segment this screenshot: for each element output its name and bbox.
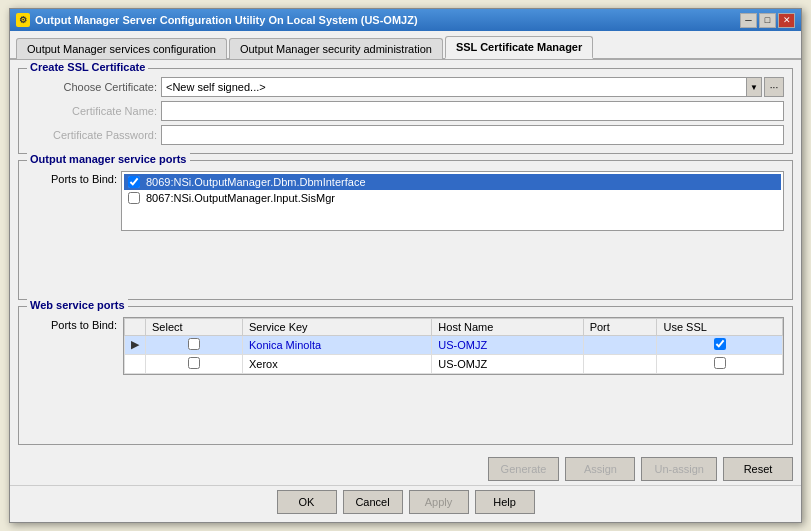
cert-name-row: Certificate Name:: [27, 101, 784, 121]
title-bar-controls: ─ □ ✕: [740, 13, 795, 28]
row1-service-key: Konica Minolta: [242, 335, 431, 354]
col-host-name: Host Name: [432, 318, 583, 335]
row1-select[interactable]: [146, 335, 243, 354]
col-arrow: [125, 318, 146, 335]
port-item-1[interactable]: 8069:NSi.OutputManager.Dbm.DbmInterface: [124, 174, 781, 190]
row2-use-ssl[interactable]: [657, 354, 783, 373]
title-bar-left: ⚙ Output Manager Server Configuration Ut…: [16, 13, 418, 27]
web-ports-table: Select Service Key Host Name Port Use SS…: [124, 318, 783, 374]
main-window: ⚙ Output Manager Server Configuration Ut…: [9, 8, 802, 523]
ok-button[interactable]: OK: [277, 490, 337, 514]
create-ssl-group: Create SSL Certificate Choose Certificat…: [18, 68, 793, 154]
cancel-button[interactable]: Cancel: [343, 490, 403, 514]
cert-name-input[interactable]: [161, 101, 784, 121]
footer-buttons: OK Cancel Apply Help: [10, 485, 801, 522]
close-button[interactable]: ✕: [778, 13, 795, 28]
col-service-key: Service Key: [242, 318, 431, 335]
cert-password-row: Certificate Password:: [27, 125, 784, 145]
create-ssl-title: Create SSL Certificate: [27, 61, 148, 73]
combo-ellipsis-button[interactable]: ···: [764, 77, 784, 97]
row1-host-name: US-OMJZ: [432, 335, 583, 354]
cert-name-label: Certificate Name:: [27, 105, 157, 117]
ports-bind-label: Ports to Bind:: [27, 171, 117, 185]
service-port-list: 8069:NSi.OutputManager.Dbm.DbmInterface …: [121, 171, 784, 231]
cert-password-input[interactable]: [161, 125, 784, 145]
col-use-ssl: Use SSL: [657, 318, 783, 335]
web-ports-title: Web service ports: [27, 299, 128, 311]
row2-service-key: Xerox: [242, 354, 431, 373]
window-title: Output Manager Server Configuration Util…: [35, 14, 418, 26]
tab-content: Create SSL Certificate Choose Certificat…: [10, 60, 801, 453]
ports-inner: Ports to Bind: 8069:NSi.OutputManager.Db…: [27, 171, 784, 231]
app-icon: ⚙: [16, 13, 30, 27]
service-ports-row: Ports to Bind: 8069:NSi.OutputManager.Db…: [27, 171, 784, 231]
row2-select[interactable]: [146, 354, 243, 373]
row2-ssl-checkbox[interactable]: [714, 357, 726, 369]
choose-cert-input[interactable]: [161, 77, 747, 97]
web-service-inner: Ports to Bind: Select Service Key Host N…: [27, 317, 784, 375]
port2-checkbox[interactable]: [128, 192, 140, 204]
row2-checkbox[interactable]: [188, 357, 200, 369]
row2-host-name: US-OMJZ: [432, 354, 583, 373]
row1-port: [583, 335, 657, 354]
assign-button[interactable]: Assign: [565, 457, 635, 481]
col-select: Select: [146, 318, 243, 335]
port-item-2[interactable]: 8067:NSi.OutputManager.Input.SisMgr: [124, 190, 781, 206]
choose-cert-row: Choose Certificate: ▼ ···: [27, 77, 784, 97]
choose-cert-label: Choose Certificate:: [27, 81, 157, 93]
generate-button[interactable]: Generate: [488, 457, 560, 481]
service-ports-title: Output manager service ports: [27, 153, 190, 165]
tabs-row: Output Manager services configuration Ou…: [10, 31, 801, 60]
restore-button[interactable]: □: [759, 13, 776, 28]
help-button[interactable]: Help: [475, 490, 535, 514]
web-ports-group: Web service ports Ports to Bind: Select …: [18, 306, 793, 446]
web-ports-bind-label: Ports to Bind:: [27, 317, 117, 331]
cert-password-label: Certificate Password:: [27, 129, 157, 141]
apply-button[interactable]: Apply: [409, 490, 469, 514]
row1-arrow: ▶: [125, 335, 146, 354]
service-ports-group: Output manager service ports Ports to Bi…: [18, 160, 793, 300]
col-port: Port: [583, 318, 657, 335]
table-row[interactable]: ▶ Konica Minolta US-OMJZ: [125, 335, 783, 354]
tab-services[interactable]: Output Manager services configuration: [16, 38, 227, 59]
tab-security[interactable]: Output Manager security administration: [229, 38, 443, 59]
port2-label: 8067:NSi.OutputManager.Input.SisMgr: [146, 192, 335, 204]
choose-cert-combo: ▼ ···: [161, 77, 784, 97]
minimize-button[interactable]: ─: [740, 13, 757, 28]
port1-label: 8069:NSi.OutputManager.Dbm.DbmInterface: [146, 176, 366, 188]
row2-port: [583, 354, 657, 373]
row1-ssl-checkbox[interactable]: [714, 338, 726, 350]
combo-dropdown-button[interactable]: ▼: [746, 77, 762, 97]
row1-checkbox[interactable]: [188, 338, 200, 350]
reset-button[interactable]: Reset: [723, 457, 793, 481]
table-row[interactable]: Xerox US-OMJZ: [125, 354, 783, 373]
row1-use-ssl[interactable]: [657, 335, 783, 354]
unassign-button[interactable]: Un-assign: [641, 457, 717, 481]
title-bar: ⚙ Output Manager Server Configuration Ut…: [10, 9, 801, 31]
action-buttons: Generate Assign Un-assign Reset: [10, 453, 801, 485]
tab-ssl[interactable]: SSL Certificate Manager: [445, 36, 593, 59]
web-table-wrapper: Select Service Key Host Name Port Use SS…: [123, 317, 784, 375]
row2-arrow: [125, 354, 146, 373]
port1-checkbox[interactable]: [128, 176, 140, 188]
